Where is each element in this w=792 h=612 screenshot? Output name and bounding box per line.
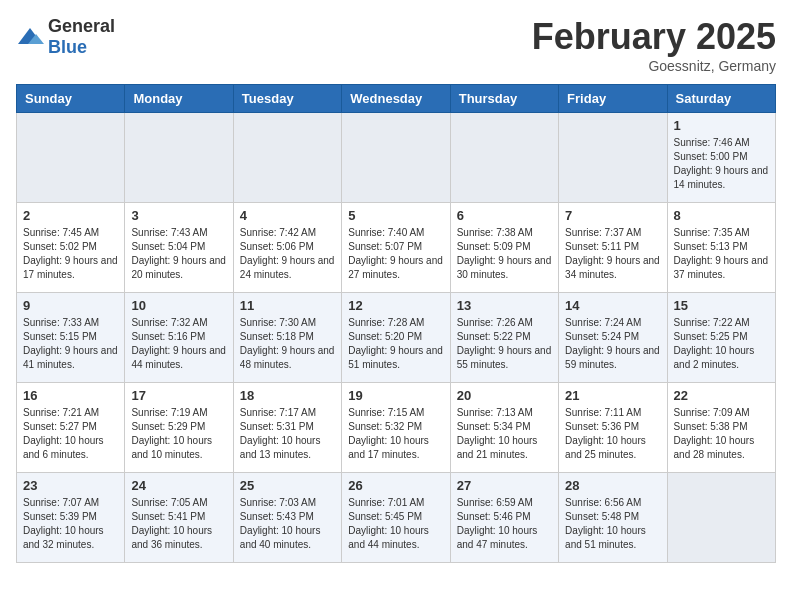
calendar-cell: 22Sunrise: 7:09 AM Sunset: 5:38 PM Dayli…: [667, 383, 775, 473]
day-number: 7: [565, 208, 660, 223]
day-info: Sunrise: 7:37 AM Sunset: 5:11 PM Dayligh…: [565, 226, 660, 282]
calendar-week-row: 2Sunrise: 7:45 AM Sunset: 5:02 PM Daylig…: [17, 203, 776, 293]
day-number: 3: [131, 208, 226, 223]
day-info: Sunrise: 7:05 AM Sunset: 5:41 PM Dayligh…: [131, 496, 226, 552]
day-number: 11: [240, 298, 335, 313]
day-info: Sunrise: 7:19 AM Sunset: 5:29 PM Dayligh…: [131, 406, 226, 462]
day-info: Sunrise: 7:15 AM Sunset: 5:32 PM Dayligh…: [348, 406, 443, 462]
calendar-cell: 6Sunrise: 7:38 AM Sunset: 5:09 PM Daylig…: [450, 203, 558, 293]
calendar-cell: 12Sunrise: 7:28 AM Sunset: 5:20 PM Dayli…: [342, 293, 450, 383]
day-number: 28: [565, 478, 660, 493]
calendar-cell: [125, 113, 233, 203]
day-number: 12: [348, 298, 443, 313]
logo-blue: Blue: [48, 37, 87, 57]
calendar-cell: 28Sunrise: 6:56 AM Sunset: 5:48 PM Dayli…: [559, 473, 667, 563]
weekday-header-wednesday: Wednesday: [342, 85, 450, 113]
day-info: Sunrise: 7:17 AM Sunset: 5:31 PM Dayligh…: [240, 406, 335, 462]
day-info: Sunrise: 6:56 AM Sunset: 5:48 PM Dayligh…: [565, 496, 660, 552]
day-number: 26: [348, 478, 443, 493]
month-title: February 2025: [532, 16, 776, 58]
location-subtitle: Goessnitz, Germany: [532, 58, 776, 74]
day-info: Sunrise: 7:30 AM Sunset: 5:18 PM Dayligh…: [240, 316, 335, 372]
day-info: Sunrise: 7:40 AM Sunset: 5:07 PM Dayligh…: [348, 226, 443, 282]
calendar-table: SundayMondayTuesdayWednesdayThursdayFrid…: [16, 84, 776, 563]
calendar-week-row: 16Sunrise: 7:21 AM Sunset: 5:27 PM Dayli…: [17, 383, 776, 473]
day-number: 10: [131, 298, 226, 313]
calendar-cell: 23Sunrise: 7:07 AM Sunset: 5:39 PM Dayli…: [17, 473, 125, 563]
day-info: Sunrise: 7:33 AM Sunset: 5:15 PM Dayligh…: [23, 316, 118, 372]
calendar-cell: 4Sunrise: 7:42 AM Sunset: 5:06 PM Daylig…: [233, 203, 341, 293]
day-number: 16: [23, 388, 118, 403]
day-info: Sunrise: 7:21 AM Sunset: 5:27 PM Dayligh…: [23, 406, 118, 462]
calendar-cell: 18Sunrise: 7:17 AM Sunset: 5:31 PM Dayli…: [233, 383, 341, 473]
calendar-cell: 15Sunrise: 7:22 AM Sunset: 5:25 PM Dayli…: [667, 293, 775, 383]
weekday-header-row: SundayMondayTuesdayWednesdayThursdayFrid…: [17, 85, 776, 113]
calendar-cell: [342, 113, 450, 203]
day-number: 2: [23, 208, 118, 223]
calendar-cell: 17Sunrise: 7:19 AM Sunset: 5:29 PM Dayli…: [125, 383, 233, 473]
day-number: 8: [674, 208, 769, 223]
day-number: 25: [240, 478, 335, 493]
day-number: 24: [131, 478, 226, 493]
calendar-cell: 8Sunrise: 7:35 AM Sunset: 5:13 PM Daylig…: [667, 203, 775, 293]
calendar-cell: [559, 113, 667, 203]
calendar-cell: 21Sunrise: 7:11 AM Sunset: 5:36 PM Dayli…: [559, 383, 667, 473]
calendar-cell: 20Sunrise: 7:13 AM Sunset: 5:34 PM Dayli…: [450, 383, 558, 473]
day-number: 23: [23, 478, 118, 493]
calendar-cell: 3Sunrise: 7:43 AM Sunset: 5:04 PM Daylig…: [125, 203, 233, 293]
day-info: Sunrise: 7:42 AM Sunset: 5:06 PM Dayligh…: [240, 226, 335, 282]
day-number: 1: [674, 118, 769, 133]
day-info: Sunrise: 7:24 AM Sunset: 5:24 PM Dayligh…: [565, 316, 660, 372]
day-info: Sunrise: 7:45 AM Sunset: 5:02 PM Dayligh…: [23, 226, 118, 282]
day-number: 4: [240, 208, 335, 223]
day-info: Sunrise: 7:09 AM Sunset: 5:38 PM Dayligh…: [674, 406, 769, 462]
weekday-header-thursday: Thursday: [450, 85, 558, 113]
day-number: 22: [674, 388, 769, 403]
day-number: 27: [457, 478, 552, 493]
day-info: Sunrise: 7:32 AM Sunset: 5:16 PM Dayligh…: [131, 316, 226, 372]
calendar-cell: [450, 113, 558, 203]
calendar-cell: 24Sunrise: 7:05 AM Sunset: 5:41 PM Dayli…: [125, 473, 233, 563]
day-info: Sunrise: 7:26 AM Sunset: 5:22 PM Dayligh…: [457, 316, 552, 372]
weekday-header-sunday: Sunday: [17, 85, 125, 113]
calendar-cell: 5Sunrise: 7:40 AM Sunset: 5:07 PM Daylig…: [342, 203, 450, 293]
calendar-cell: [667, 473, 775, 563]
day-number: 14: [565, 298, 660, 313]
page-header: General Blue February 2025 Goessnitz, Ge…: [16, 16, 776, 74]
day-info: Sunrise: 7:22 AM Sunset: 5:25 PM Dayligh…: [674, 316, 769, 372]
calendar-cell: 1Sunrise: 7:46 AM Sunset: 5:00 PM Daylig…: [667, 113, 775, 203]
day-number: 20: [457, 388, 552, 403]
day-number: 17: [131, 388, 226, 403]
weekday-header-tuesday: Tuesday: [233, 85, 341, 113]
calendar-cell: 13Sunrise: 7:26 AM Sunset: 5:22 PM Dayli…: [450, 293, 558, 383]
day-info: Sunrise: 7:11 AM Sunset: 5:36 PM Dayligh…: [565, 406, 660, 462]
day-info: Sunrise: 7:43 AM Sunset: 5:04 PM Dayligh…: [131, 226, 226, 282]
calendar-cell: [17, 113, 125, 203]
calendar-week-row: 23Sunrise: 7:07 AM Sunset: 5:39 PM Dayli…: [17, 473, 776, 563]
calendar-cell: 7Sunrise: 7:37 AM Sunset: 5:11 PM Daylig…: [559, 203, 667, 293]
day-number: 9: [23, 298, 118, 313]
day-number: 13: [457, 298, 552, 313]
calendar-cell: 19Sunrise: 7:15 AM Sunset: 5:32 PM Dayli…: [342, 383, 450, 473]
logo: General Blue: [16, 16, 115, 58]
calendar-cell: 9Sunrise: 7:33 AM Sunset: 5:15 PM Daylig…: [17, 293, 125, 383]
calendar-cell: 25Sunrise: 7:03 AM Sunset: 5:43 PM Dayli…: [233, 473, 341, 563]
calendar-cell: 16Sunrise: 7:21 AM Sunset: 5:27 PM Dayli…: [17, 383, 125, 473]
day-info: Sunrise: 7:03 AM Sunset: 5:43 PM Dayligh…: [240, 496, 335, 552]
day-info: Sunrise: 7:28 AM Sunset: 5:20 PM Dayligh…: [348, 316, 443, 372]
calendar-cell: 26Sunrise: 7:01 AM Sunset: 5:45 PM Dayli…: [342, 473, 450, 563]
day-number: 15: [674, 298, 769, 313]
day-number: 21: [565, 388, 660, 403]
day-number: 5: [348, 208, 443, 223]
day-info: Sunrise: 7:35 AM Sunset: 5:13 PM Dayligh…: [674, 226, 769, 282]
day-number: 6: [457, 208, 552, 223]
weekday-header-saturday: Saturday: [667, 85, 775, 113]
calendar-cell: 11Sunrise: 7:30 AM Sunset: 5:18 PM Dayli…: [233, 293, 341, 383]
weekday-header-monday: Monday: [125, 85, 233, 113]
day-number: 18: [240, 388, 335, 403]
title-block: February 2025 Goessnitz, Germany: [532, 16, 776, 74]
calendar-week-row: 1Sunrise: 7:46 AM Sunset: 5:00 PM Daylig…: [17, 113, 776, 203]
calendar-cell: 14Sunrise: 7:24 AM Sunset: 5:24 PM Dayli…: [559, 293, 667, 383]
day-number: 19: [348, 388, 443, 403]
calendar-week-row: 9Sunrise: 7:33 AM Sunset: 5:15 PM Daylig…: [17, 293, 776, 383]
